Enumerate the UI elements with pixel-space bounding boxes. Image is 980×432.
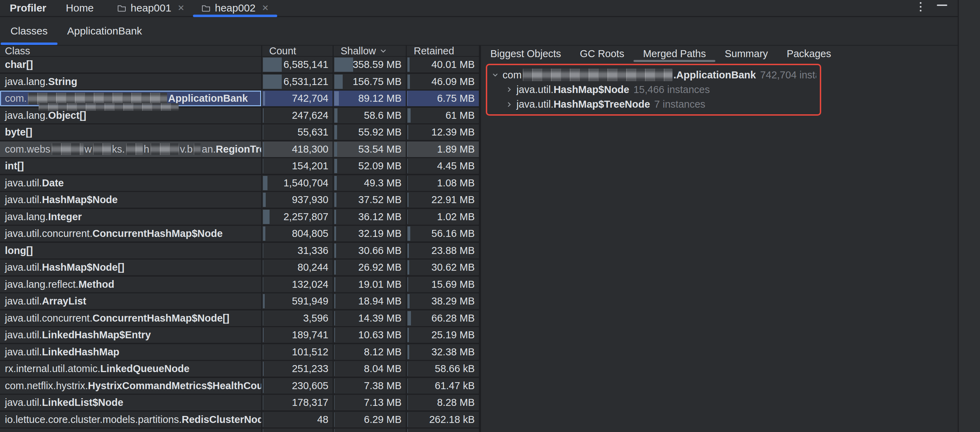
- count-cell: 937,930: [262, 192, 334, 208]
- table-row[interactable]: java.util.HashMap$Node[]80,24426.92 MB30…: [0, 260, 479, 275]
- table-row[interactable]: java.util.LinkedHashMap$Entry189,74110.6…: [0, 327, 479, 343]
- table-row[interactable]: com.netflix.hystrix.HystrixCommandMetric…: [0, 378, 479, 394]
- chevron-right-icon[interactable]: [505, 101, 513, 108]
- cell-value: 58.66 kB: [435, 363, 475, 375]
- redacted-text: [150, 143, 179, 155]
- count-cell: 55,631: [262, 124, 334, 140]
- shallow-cell: 7.13 MB: [334, 395, 407, 410]
- cell-value: 26.92 MB: [358, 261, 401, 273]
- table-row[interactable]: java.util.Date1,540,70449.3 MB1.08 MB: [0, 175, 479, 191]
- shallow-cell: 36.12 MB: [334, 209, 407, 225]
- close-icon[interactable]: ✕: [178, 3, 185, 13]
- cell-value: 56.16 MB: [431, 228, 475, 239]
- table-row[interactable]: io.lettuce.core.cluster.models.partition…: [0, 412, 479, 427]
- column-header-class[interactable]: Class: [0, 46, 262, 56]
- tab-label: ApplicationBank: [67, 25, 142, 37]
- table-row[interactable]: java.util.LinkedList$Node178,3177.13 MB8…: [0, 395, 479, 410]
- retained-cell: 6.75 MB: [407, 91, 479, 106]
- class-cell: java.util.concurrent.ConcurrentHashMap$N…: [0, 311, 262, 326]
- chevron-right-icon[interactable]: [505, 86, 513, 93]
- table-row[interactable]: java.util.concurrent.ConcurrentHashMap$N…: [0, 311, 479, 326]
- table-row[interactable]: byte[]55,63155.92 MB12.39 MB: [0, 124, 479, 140]
- column-header-count[interactable]: Count: [262, 46, 334, 56]
- shallow-cell: 5.95 MB: [334, 429, 407, 432]
- value-bar: [334, 379, 335, 393]
- cell-value: 7.38 MB: [364, 380, 401, 392]
- cell-value: 591,949: [292, 295, 328, 307]
- column-header-shallow[interactable]: Shallow: [334, 46, 407, 56]
- class-package-segment: java.util.: [5, 261, 42, 273]
- details-tab-biggest-objects[interactable]: Biggest Objects: [481, 46, 570, 62]
- cell-value: 418,300: [292, 143, 328, 155]
- column-header-retained[interactable]: Retained: [407, 46, 480, 56]
- table-row[interactable]: java.lang.String6,531,121156.75 MB46.09 …: [0, 74, 479, 89]
- details-tab-merged-paths[interactable]: Merged Paths: [633, 46, 715, 62]
- table-row[interactable]: java.util.LinkedHashMap101,5128.12 MB32.…: [0, 344, 479, 360]
- shallow-cell: 53.54 MB: [334, 142, 407, 157]
- table-row[interactable]: long[]31,33630.66 MB23.88 MB: [0, 243, 479, 258]
- tab-applicationbank[interactable]: ApplicationBank: [57, 17, 152, 45]
- node-instance-count: 7 instances: [654, 99, 706, 110]
- value-bar: [407, 311, 411, 325]
- cell-value: 1.02 MB: [437, 211, 475, 223]
- count-cell: 418,300: [262, 142, 334, 157]
- shallow-cell: 26.92 MB: [334, 260, 407, 275]
- value-bar: [407, 176, 408, 190]
- class-package-segment: java.util.concurrent.: [5, 312, 92, 324]
- retained-cell: 66.28 MB: [407, 311, 479, 326]
- details-tab-packages[interactable]: Packages: [777, 46, 840, 62]
- doc-tab-heap001[interactable]: heap001✕: [109, 0, 193, 16]
- tab-classes[interactable]: Classes: [1, 17, 57, 45]
- retained-cell: 46.09 MB: [407, 74, 479, 89]
- count-cell: 154,201: [262, 158, 334, 174]
- class-cell: java.util.HashMap$Node: [0, 192, 262, 208]
- cell-value: 58.6 MB: [364, 110, 401, 121]
- table-row[interactable]: java.util.ArrayList591,94918.94 MB38.29 …: [0, 293, 479, 309]
- class-cell: long[]: [0, 243, 262, 258]
- class-name: Method: [78, 279, 114, 290]
- table-row[interactable]: char[]6,585,141358.59 MB40.01 MB: [0, 57, 479, 72]
- table-row[interactable]: rx.internal.util.atomic.LinkedQueueNode2…: [0, 361, 479, 376]
- value-bar: [263, 75, 282, 89]
- redaction-spill: [39, 103, 179, 111]
- table-row[interactable]: rx.internal.util.unsafe.SpscUnboundedArr…: [0, 429, 479, 432]
- count-cell: 6,531,121: [262, 74, 334, 89]
- cell-value: 14.39 MB: [358, 312, 401, 324]
- node-instance-count: 742,704 instances: [760, 69, 816, 81]
- table-row[interactable]: java.lang.reflect.Method132,02419.01 MB1…: [0, 277, 479, 292]
- table-row[interactable]: int[]154,20152.09 MB4.45 MB: [0, 158, 479, 174]
- table-row[interactable]: com.webswks.hv.ban.RegionTree418,30053.5…: [0, 142, 479, 157]
- chevron-down-icon[interactable]: [492, 71, 499, 79]
- close-icon[interactable]: ✕: [262, 3, 269, 13]
- class-name: ApplicationBank: [168, 92, 248, 104]
- details-tab-summary[interactable]: Summary: [715, 46, 777, 62]
- shallow-cell: 7.38 MB: [334, 378, 407, 394]
- count-cell: 230,605: [262, 378, 334, 394]
- kebab-menu-icon[interactable]: [919, 2, 922, 12]
- value-bar: [407, 294, 410, 308]
- minimize-icon[interactable]: [937, 5, 947, 6]
- class-name: int[]: [5, 160, 24, 172]
- class-package-segment: com.netflix.hystrix.: [5, 380, 88, 392]
- merged-path-node[interactable]: java.util.HashMap$Node15,466 instances: [491, 82, 816, 97]
- class-cell: java.util.Date: [0, 175, 262, 191]
- class-package-segment: java.util.: [5, 194, 42, 206]
- value-bar: [263, 125, 263, 139]
- retained-cell: 61 MB: [407, 108, 479, 123]
- class-package-segment: an.: [202, 143, 216, 155]
- details-tab-gc-roots[interactable]: GC Roots: [570, 46, 633, 62]
- merged-path-node[interactable]: com.ApplicationBank742,704 instances: [491, 68, 816, 82]
- node-package-prefix: java.util.: [517, 84, 554, 96]
- class-package-segment: java.util.concurrent.: [5, 228, 92, 239]
- class-cell: com.netflix.hystrix.HystrixCommandMetric…: [0, 378, 262, 394]
- table-row[interactable]: java.lang.Integer2,257,80736.12 MB1.02 M…: [0, 209, 479, 225]
- merged-path-node[interactable]: java.util.HashMap$TreeNode7 instances: [491, 97, 816, 112]
- table-row[interactable]: java.util.HashMap$Node937,93037.52 MB22.…: [0, 192, 479, 208]
- menu-home[interactable]: Home: [66, 2, 94, 14]
- value-bar: [334, 193, 336, 207]
- value-bar: [407, 57, 410, 72]
- cell-value: 101,512: [292, 346, 328, 358]
- table-row[interactable]: java.util.concurrent.ConcurrentHashMap$N…: [0, 226, 479, 241]
- cell-value: 61 MB: [445, 110, 475, 121]
- doc-tab-heap002[interactable]: heap002✕: [193, 0, 277, 16]
